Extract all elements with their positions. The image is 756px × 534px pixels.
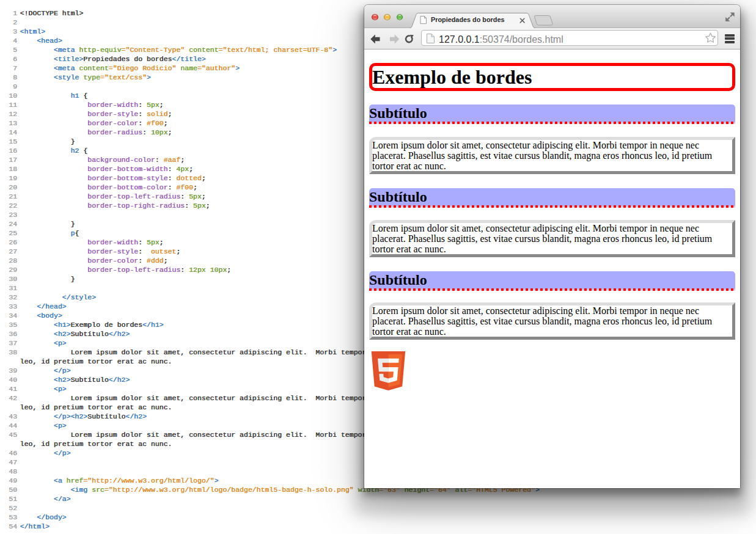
svg-text:Propiedades do bordes: Propiedades do bordes [431, 16, 505, 23]
